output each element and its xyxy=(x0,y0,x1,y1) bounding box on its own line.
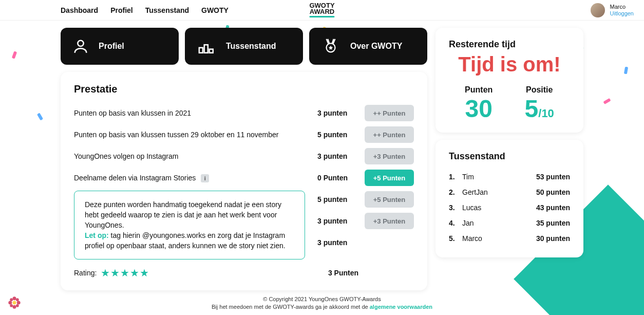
player-name: Jan xyxy=(462,219,536,227)
logo-line2: AWARD xyxy=(309,9,334,15)
user-icon xyxy=(72,38,89,55)
prestatie-row: 3 punten xyxy=(311,232,414,253)
flower-icon[interactable] xyxy=(7,295,22,310)
add-points-button[interactable]: +5 Punten xyxy=(365,170,414,186)
positie-value: 5 xyxy=(525,95,539,122)
player-points: 43 punten xyxy=(536,203,570,212)
svg-point-6 xyxy=(13,305,16,309)
player-name: Lucas xyxy=(462,203,536,212)
player-points: 30 punten xyxy=(536,234,570,243)
row-points: 5 punten xyxy=(317,195,358,203)
player-name: Tim xyxy=(462,173,536,181)
nav-dashboard[interactable]: Dashboard xyxy=(61,6,98,14)
leaderboard-row: 3. Lucas 43 punten xyxy=(449,200,570,215)
row-points: 3 punten xyxy=(317,152,358,160)
tab-label: Tussenstand xyxy=(226,42,276,51)
svg-point-9 xyxy=(10,298,13,301)
add-points-button[interactable]: ++ Punten xyxy=(365,105,414,121)
prestatie-row: 5 punten +5 Punten xyxy=(311,189,414,210)
leaderboard-row: 5. Marco 30 punten xyxy=(449,231,570,246)
rank: 4. xyxy=(449,219,462,227)
add-points-button[interactable]: +5 Punten xyxy=(365,191,414,208)
header: Dashboard Profiel Tussenstand GWOTY GWOT… xyxy=(0,0,644,21)
rating-points: 3 Punten xyxy=(328,269,358,277)
rank: 1. xyxy=(449,173,462,181)
player-name: GertJan xyxy=(462,188,536,196)
prestatie-card: Prestatie Punten op basis van klussen in… xyxy=(61,72,427,290)
svg-rect-1 xyxy=(199,48,203,53)
tab-label: Profiel xyxy=(99,42,124,51)
add-points-button[interactable]: +3 Punten xyxy=(365,213,414,229)
rating-stars: ★★★★★ xyxy=(101,267,149,279)
tab-profiel[interactable]: Profiel xyxy=(61,28,179,65)
logo-underline xyxy=(309,16,334,17)
svg-point-11 xyxy=(10,304,13,307)
nav-profiel[interactable]: Profiel xyxy=(110,6,133,14)
tab-over-gwoty[interactable]: Over GWOTY xyxy=(309,28,427,65)
prestatie-row: 3 punten +3 Punten xyxy=(311,210,414,232)
svg-point-0 xyxy=(78,41,83,46)
section-tabs: Profiel Tussenstand Over GWOTY xyxy=(61,28,427,65)
prestatie-row: YoungOnes volgen op Instagram 3 punten +… xyxy=(74,145,414,167)
svg-point-10 xyxy=(16,298,19,301)
svg-rect-2 xyxy=(204,45,208,53)
player-points: 35 punten xyxy=(536,219,570,227)
terms-link[interactable]: algemene voorwaarden xyxy=(370,304,432,310)
punten-value: 30 xyxy=(465,97,493,121)
player-name: Marco xyxy=(462,234,536,243)
tab-label: Over GWOTY xyxy=(350,42,402,51)
positie-label: Positie xyxy=(525,85,554,95)
svg-point-13 xyxy=(13,301,16,305)
prestatie-title: Prestatie xyxy=(74,83,414,95)
row-points: 3 punten xyxy=(317,238,358,247)
rating-row: Rating: ★★★★★ 3 Punten xyxy=(74,267,414,279)
leaderboard-row: 4. Jan 35 punten xyxy=(449,215,570,231)
svg-rect-3 xyxy=(210,49,213,53)
rating-label: Rating: xyxy=(74,269,97,277)
footer-copyright: © Copyright 2021 YoungOnes GWOTY-Awards xyxy=(0,295,644,303)
row-label: Punten op basis van klussen tussen 29 ok… xyxy=(74,131,311,139)
prestatie-row: Punten op basis van klussen in 2021 3 pu… xyxy=(74,102,414,124)
leaderboard-row: 1. Tim 53 punten xyxy=(449,169,570,184)
avatar[interactable] xyxy=(591,3,605,17)
player-points: 53 punten xyxy=(536,173,570,181)
tab-tussenstand[interactable]: Tussenstand xyxy=(185,28,303,65)
medal-icon xyxy=(320,38,341,55)
row-label: YoungOnes volgen op Instagram xyxy=(74,152,311,160)
add-points-button[interactable]: +3 Punten xyxy=(365,148,414,164)
time-big: Tijd is om! xyxy=(449,53,570,76)
positie-denom: /10 xyxy=(538,107,554,120)
nav-tussenstand[interactable]: Tussenstand xyxy=(145,6,189,14)
nav-gwoty[interactable]: GWOTY xyxy=(201,6,229,14)
leaderboard-card: Tussenstand 1. Tim 53 punten 2. GertJan … xyxy=(435,140,583,257)
rank: 5. xyxy=(449,234,462,243)
footer-text: Bij het meedoen met de GWOTY-awards ga j… xyxy=(212,304,370,310)
footer: © Copyright 2021 YoungOnes GWOTY-Awards … xyxy=(0,295,644,311)
rank: 2. xyxy=(449,188,462,196)
row-label: Deelname delen via Instagram Stories i xyxy=(74,174,311,182)
leaderboard-row: 2. GertJan 50 punten xyxy=(449,184,570,200)
row-points: 0 Punten xyxy=(317,174,358,182)
podium-icon xyxy=(196,38,217,55)
prestatie-row: Deelname delen via Instagram Stories i 0… xyxy=(74,167,414,189)
logout-link[interactable]: Uitloggen xyxy=(610,10,634,17)
add-points-button[interactable]: ++ Punten xyxy=(365,126,414,143)
leaderboard-title: Tussenstand xyxy=(449,151,570,162)
svg-point-12 xyxy=(16,304,19,307)
user-name: Marco xyxy=(610,4,634,10)
time-title: Resterende tijd xyxy=(449,39,570,50)
logo[interactable]: GWOTY AWARD xyxy=(309,3,334,17)
info-tooltip: Deze punten worden handmatig toegekend n… xyxy=(74,191,305,260)
punten-label: Punten xyxy=(465,85,493,95)
main-nav: Dashboard Profiel Tussenstand GWOTY xyxy=(61,6,229,14)
row-label: Punten op basis van klussen in 2021 xyxy=(74,109,311,117)
prestatie-row: Punten op basis van klussen tussen 29 ok… xyxy=(74,124,414,145)
row-points: 5 punten xyxy=(317,131,358,139)
svg-point-7 xyxy=(8,301,12,305)
row-points: 3 punten xyxy=(317,109,358,117)
header-user: Marco Uitloggen xyxy=(591,3,634,17)
time-card: Resterende tijd Tijd is om! Punten 30 Po… xyxy=(435,28,583,133)
info-icon[interactable]: i xyxy=(201,174,209,182)
row-points: 3 punten xyxy=(317,217,358,225)
rank: 3. xyxy=(449,203,462,212)
